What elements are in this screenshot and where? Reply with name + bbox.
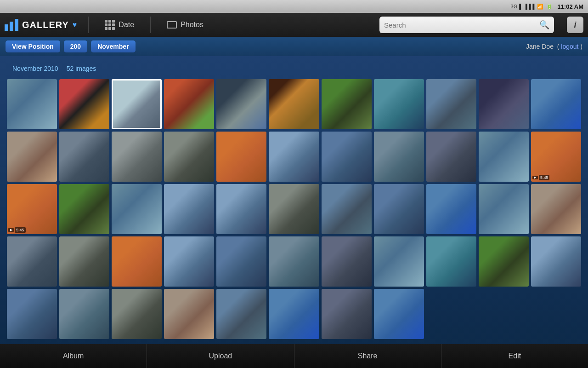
photo-thumb-10[interactable]	[479, 79, 529, 129]
album-button[interactable]: Album	[0, 344, 147, 368]
photo-thumb-21[interactable]	[479, 132, 529, 182]
photo-thumb-51[interactable]	[322, 289, 372, 339]
photo-thumb-28[interactable]	[269, 184, 319, 234]
search-input[interactable]	[384, 21, 539, 29]
photo-thumb-2[interactable]	[59, 79, 109, 129]
photo-thumb-25[interactable]	[112, 184, 162, 234]
photo-thumb-37[interactable]	[164, 236, 214, 287]
photo-thumb-52[interactable]	[374, 289, 424, 339]
status-bar: 3G▐ ▐▐▐ 📶 🔋 11:02 AM	[0, 0, 588, 13]
gallery-logo: GALLERY ♥	[5, 19, 77, 31]
photo-thumb-47[interactable]	[112, 289, 162, 339]
photo-thumb-46[interactable]	[59, 289, 109, 339]
photo-thumb-19[interactable]	[374, 132, 424, 182]
photo-thumb-31[interactable]	[426, 184, 476, 234]
info-button[interactable]: i	[567, 17, 583, 33]
photo-thumb-17[interactable]	[269, 132, 319, 182]
bottom-bar: Album Upload Share Edit	[0, 344, 588, 368]
date-label: Date	[119, 21, 134, 29]
battery-icon: 🔋	[546, 4, 553, 10]
photo-thumb-36[interactable]	[112, 236, 162, 287]
user-info: Jane Doe ( logout )	[526, 43, 582, 50]
photo-thumb-12[interactable]	[7, 132, 57, 182]
photo-thumb-16[interactable]	[216, 132, 266, 182]
photo-thumb-9[interactable]	[426, 79, 476, 129]
logo-icon	[5, 19, 18, 31]
section-title: November 2010 52 images	[7, 62, 581, 74]
photo-thumb-29[interactable]	[322, 184, 372, 234]
photo-thumb-30[interactable]	[374, 184, 424, 234]
wifi-icon: 📶	[537, 4, 543, 10]
november-button[interactable]: November	[91, 40, 135, 52]
photo-thumb-39[interactable]	[269, 236, 319, 287]
secondary-bar: View Position 200 November Jane Doe ( lo…	[0, 37, 588, 56]
top-nav: GALLERY ♥ Date Photos 🔍 i	[0, 13, 588, 37]
photo-thumb-33[interactable]	[531, 184, 581, 234]
photo-thumb-35[interactable]	[59, 236, 109, 287]
photo-thumb-24[interactable]	[59, 184, 109, 234]
photo-thumb-34[interactable]	[7, 236, 57, 287]
share-button[interactable]: Share	[294, 344, 441, 368]
upload-button[interactable]: Upload	[147, 344, 294, 368]
info-label: i	[574, 20, 576, 30]
photo-thumb-15[interactable]	[164, 132, 214, 182]
photo-thumb-48[interactable]	[164, 289, 214, 339]
view-position-button[interactable]: View Position	[6, 40, 60, 52]
photo-thumb-18[interactable]	[322, 132, 372, 182]
photo-thumb-13[interactable]	[59, 132, 109, 182]
photo-thumb-42[interactable]	[426, 236, 476, 287]
photo-thumb-27[interactable]	[216, 184, 266, 234]
app-title: GALLERY	[22, 20, 69, 30]
photo-grid: ▶5:45▶5:45	[7, 79, 581, 339]
clock: 11:02 AM	[557, 3, 583, 10]
photo-thumb-38[interactable]	[216, 236, 266, 287]
content-area: November 2010 52 images ▶5:45▶5:45	[0, 56, 588, 344]
search-container: 🔍	[379, 17, 554, 33]
photos-icon	[167, 21, 177, 29]
edit-button[interactable]: Edit	[441, 344, 588, 368]
photo-thumb-14[interactable]	[112, 132, 162, 182]
photo-thumb-3[interactable]	[112, 79, 162, 129]
signal-icon: 3G▐	[511, 4, 521, 9]
photo-thumb-41[interactable]	[374, 236, 424, 287]
logout-link[interactable]: logout	[561, 43, 578, 50]
search-button[interactable]: 🔍	[539, 20, 549, 30]
photo-thumb-44[interactable]	[531, 236, 581, 287]
photo-thumb-23[interactable]: ▶5:45	[7, 184, 57, 234]
photo-thumb-43[interactable]	[479, 236, 529, 287]
photo-thumb-26[interactable]	[164, 184, 214, 234]
photo-thumb-1[interactable]	[7, 79, 57, 129]
grid-icon	[105, 20, 115, 30]
photo-thumb-20[interactable]	[426, 132, 476, 182]
photos-label: Photos	[181, 21, 204, 29]
date-button[interactable]: Date	[100, 17, 139, 33]
gallery-icon: ♥	[73, 21, 77, 29]
photo-thumb-50[interactable]	[269, 289, 319, 339]
nav-divider	[88, 17, 89, 33]
photo-thumb-45[interactable]	[7, 289, 57, 339]
photo-thumb-4[interactable]	[164, 79, 214, 129]
photos-button[interactable]: Photos	[162, 18, 208, 32]
count-button[interactable]: 200	[64, 40, 87, 52]
photo-thumb-40[interactable]	[322, 236, 372, 287]
photo-thumb-8[interactable]	[374, 79, 424, 129]
photo-thumb-32[interactable]	[479, 184, 529, 234]
photo-thumb-6[interactable]	[269, 79, 319, 129]
photo-thumb-22[interactable]: ▶5:45	[531, 132, 581, 182]
nav-divider2	[150, 17, 151, 33]
photo-thumb-49[interactable]	[216, 289, 266, 339]
photo-thumb-7[interactable]	[322, 79, 372, 129]
username: Jane Doe	[526, 43, 554, 50]
photo-thumb-11[interactable]	[531, 79, 581, 129]
bars-icon: ▐▐▐	[524, 4, 534, 9]
photo-thumb-5[interactable]	[216, 79, 266, 129]
